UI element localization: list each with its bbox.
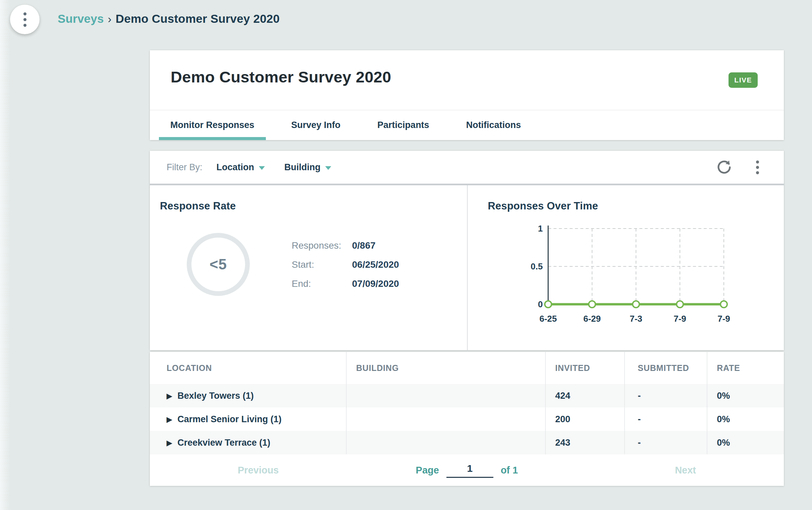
gauge-value: <5 [209,256,227,273]
previous-page-button[interactable]: Previous [238,465,279,476]
expand-triangle-icon[interactable]: ▶ [167,392,172,400]
location-filter-dropdown[interactable]: Location [216,162,265,173]
locations-table: LOCATION BUILDING INVITED SUBMITTED RATE… [150,352,784,454]
tab-notifications[interactable]: Notifications [455,110,532,140]
response-rate-heading: Response Rate [160,200,467,212]
breadcrumb-separator: › [104,13,116,25]
submitted-cell: - [625,431,707,454]
location-name: Bexley Towers (1) [177,391,254,401]
table-row[interactable]: ▶Creekview Terrace (1) 243 - 0% [150,431,784,454]
tab-monitor-responses[interactable]: Monitor Responses [159,110,266,140]
rate-cell: 0% [707,408,784,431]
table-row[interactable]: ▶Carmel Senior Living (1) 200 - 0% [150,408,784,431]
kebab-menu-icon [24,12,27,27]
data-point[interactable] [676,301,683,308]
refresh-button[interactable] [717,159,732,175]
tab-participants[interactable]: Participants [366,110,441,140]
rate-cell: 0% [707,384,784,408]
invited-cell: 424 [546,384,625,408]
column-header-submitted: SUBMITTED [625,352,707,384]
data-point[interactable] [633,301,639,308]
expand-triangle-icon[interactable]: ▶ [167,416,172,424]
results-table-card: LOCATION BUILDING INVITED SUBMITTED RATE… [150,352,784,486]
page-title: Demo Customer Survey 2020 [171,68,784,86]
table-row[interactable]: ▶Bexley Towers (1) 424 - 0% [150,384,784,408]
submitted-cell: - [625,408,707,431]
survey-header-card: Demo Customer Survey 2020 LIVE Monitor R… [150,50,784,140]
y-tick-label: 0.5 [531,261,543,271]
filter-by-label: Filter By: [167,162,203,173]
x-tick-label: 6-25 [540,313,557,324]
status-badge: LIVE [728,72,758,88]
response-rate-panel: Response Rate <5 Responses: 0/867 Start:… [150,185,467,350]
invited-cell: 243 [546,431,625,454]
global-menu-button[interactable] [10,5,39,34]
more-options-button[interactable] [753,159,762,176]
response-rate-gauge: <5 [187,233,250,296]
location-name: Creekview Terrace (1) [177,438,270,448]
building-cell [346,431,546,454]
x-tick-label: 7-9 [673,313,686,324]
column-header-location: LOCATION [150,352,346,384]
responses-over-time-panel: Responses Over Time [467,185,784,350]
page-number-input[interactable] [446,463,493,478]
refresh-icon [717,159,732,175]
tab-survey-info[interactable]: Survey Info [280,110,352,140]
x-tick-label: 7-9 [718,313,730,324]
data-point[interactable] [721,301,727,308]
data-point[interactable] [589,301,596,308]
expand-triangle-icon[interactable]: ▶ [167,439,172,447]
breadcrumb-current: Demo Customer Survey 2020 [116,12,280,25]
y-tick-label: 0 [538,299,543,309]
stat-responses: Responses: 0/867 [292,240,399,251]
chevron-down-icon [325,166,331,170]
table-header-row: LOCATION BUILDING INVITED SUBMITTED RATE [150,352,784,384]
tab-bar: Monitor Responses Survey Info Participan… [150,110,784,140]
chart-title: Responses Over Time [488,200,784,212]
next-page-button[interactable]: Next [675,465,696,476]
column-header-building: BUILDING [346,352,546,384]
building-filter-dropdown[interactable]: Building [284,162,331,173]
responses-chart: 1 0.5 0 6-25 6-29 7-3 7-9 7-9 [521,219,784,331]
top-bar: Surveys›Demo Customer Survey 2020 [0,0,812,40]
filter-bar: Filter By: Location Building [150,151,784,184]
breadcrumb: Surveys›Demo Customer Survey 2020 [58,12,280,26]
submitted-cell: - [625,384,707,408]
building-cell [346,408,546,431]
page-count-label: of 1 [500,465,518,476]
building-cell [346,384,546,408]
column-header-rate: RATE [707,352,784,384]
stat-end-date: End: 07/09/2020 [292,278,399,289]
monitor-card: Filter By: Location Building [150,151,784,350]
location-name: Carmel Senior Living (1) [177,414,282,424]
rate-cell: 0% [707,431,784,454]
invited-cell: 200 [546,408,625,431]
data-point[interactable] [545,301,551,308]
y-tick-label: 1 [538,223,543,234]
chevron-down-icon [259,166,265,170]
x-tick-label: 7-3 [630,313,642,324]
page-label: Page [416,465,439,476]
main-content: Demo Customer Survey 2020 LIVE Monitor R… [150,50,784,486]
x-tick-label: 6-29 [583,313,601,324]
pagination: Previous Page of 1 Next [150,454,784,486]
column-header-invited: INVITED [546,352,625,384]
stat-start-date: Start: 06/25/2020 [292,259,399,270]
breadcrumb-surveys-link[interactable]: Surveys [58,12,104,25]
